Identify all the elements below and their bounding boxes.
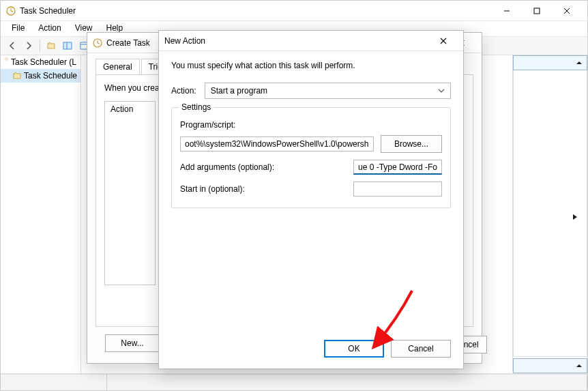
new-action-dialog: New Action You must specify what action … [158, 30, 464, 369]
svg-rect-4 [534, 8, 540, 14]
tree-child-label: Task Schedule [24, 71, 77, 81]
minimize-button[interactable] [492, 1, 522, 20]
new-action-close-button[interactable] [429, 31, 458, 50]
maximize-button[interactable] [522, 1, 552, 20]
close-button[interactable] [552, 1, 582, 20]
settings-legend: Settings [179, 102, 214, 112]
tree-child[interactable]: Task Schedule [1, 69, 80, 83]
tree-root[interactable]: Task Scheduler (L [1, 55, 80, 69]
tab-general[interactable]: General [95, 59, 140, 74]
program-script-label: Program/script: [180, 120, 442, 130]
window-controls [492, 1, 582, 20]
show-action-pane-button[interactable] [60, 38, 75, 53]
actions-pane-header[interactable] [513, 55, 587, 70]
action-select-value: Start a program [211, 86, 267, 96]
svg-line-2 [11, 11, 13, 12]
forward-button[interactable] [21, 38, 36, 53]
new-action-titlebar[interactable]: New Action [159, 31, 463, 51]
actions-pane-body [513, 70, 587, 357]
tree-root-label: Task Scheduler (L [11, 57, 76, 67]
chevron-up-icon [576, 362, 583, 369]
program-script-input[interactable]: oot%\system32\WindowsPowerShell\v1.0\pow… [180, 136, 374, 151]
add-arguments-value: ue 0 -Type Dword -Force [358, 162, 437, 172]
svg-rect-15 [14, 74, 20, 78]
new-button[interactable]: New... [105, 334, 160, 352]
add-arguments-label: Add arguments (optional): [180, 162, 300, 172]
tree-pane[interactable]: Task Scheduler (L Task Schedule [1, 55, 81, 373]
menu-action[interactable]: Action [31, 21, 68, 36]
app-icon [6, 6, 16, 16]
actions-pane-header-2[interactable] [513, 358, 587, 373]
new-action-intro: You must specify what action this task w… [171, 61, 451, 70]
toolbar-separator [40, 40, 40, 52]
clock-icon [5, 57, 8, 67]
program-script-value: oot%\system32\WindowsPowerShell\v1.0\pow… [185, 139, 369, 149]
start-in-label: Start in (optional): [180, 184, 300, 194]
menu-file[interactable]: File [5, 21, 31, 36]
add-arguments-input[interactable]: ue 0 -Type Dword -Force [353, 160, 442, 175]
svg-rect-7 [48, 44, 55, 48]
action-select[interactable]: Start a program [205, 83, 451, 99]
up-level-button[interactable] [44, 38, 59, 53]
chevron-down-icon [438, 87, 445, 94]
svg-rect-8 [63, 42, 72, 49]
ok-button[interactable]: OK [324, 340, 384, 358]
folder-icon [13, 72, 21, 80]
window-title: Task Scheduler [20, 6, 76, 16]
actions-list-header: Action [105, 102, 155, 117]
back-button[interactable] [5, 38, 20, 53]
create-task-title: Create Task [106, 38, 150, 48]
svg-line-18 [98, 43, 100, 44]
scroll-right-icon[interactable] [572, 214, 578, 220]
actions-listbox[interactable]: Action [104, 101, 156, 285]
settings-fieldset: Settings Program/script: oot%\system32\W… [171, 107, 451, 208]
action-label: Action: [171, 86, 196, 96]
new-action-title: New Action [164, 36, 205, 46]
browse-button[interactable]: Browse... [381, 135, 442, 153]
chevron-up-icon [576, 59, 583, 66]
start-in-input[interactable] [353, 182, 442, 197]
clock-icon [93, 38, 102, 48]
actions-pane [512, 55, 587, 373]
titlebar: Task Scheduler [1, 1, 587, 21]
status-bar [1, 374, 587, 390]
cancel-button[interactable]: Cancel [391, 340, 451, 358]
